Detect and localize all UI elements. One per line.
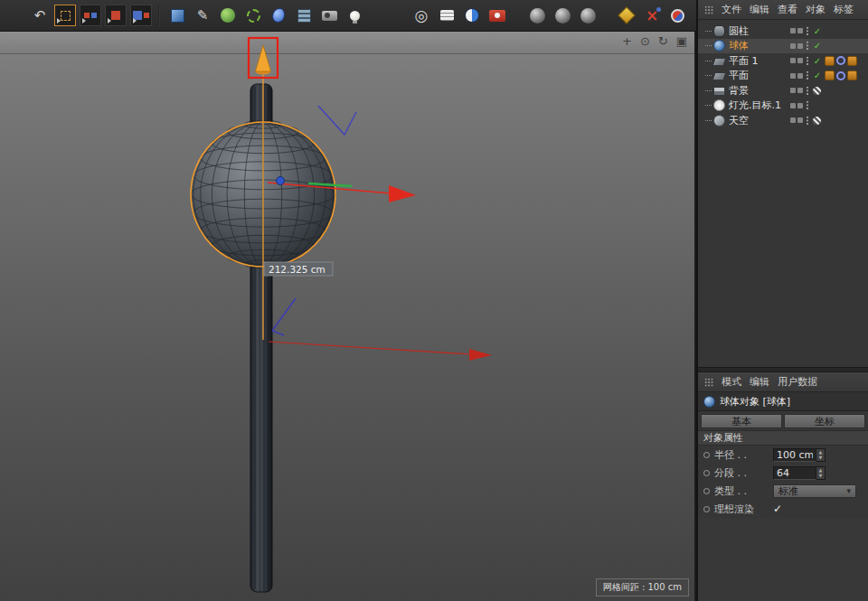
pan-view-icon[interactable]: + xyxy=(622,34,632,49)
drag-handle[interactable] xyxy=(806,70,809,80)
metaball-icon[interactable] xyxy=(267,4,290,28)
drag-handle[interactable] xyxy=(806,56,809,66)
enabled-check-icon[interactable]: ✓ xyxy=(812,70,823,81)
camera-icon[interactable] xyxy=(317,4,341,28)
segments-input[interactable] xyxy=(773,466,816,480)
visibility-toggles[interactable] xyxy=(790,117,803,123)
zoom-view-icon[interactable]: ⊙ xyxy=(640,34,650,49)
render-perfect-checkbox[interactable]: ✓ xyxy=(773,502,782,515)
object-row-plane1[interactable]: 平面 1 ✓ xyxy=(698,53,868,69)
deformer-icon[interactable] xyxy=(241,4,265,28)
object-name[interactable]: 球体 xyxy=(729,39,749,52)
shading-sphere-3-icon[interactable] xyxy=(576,4,599,28)
rotate-tool-icon[interactable] xyxy=(130,5,152,26)
plane-object-icon[interactable] xyxy=(712,72,727,80)
box-select-tool-icon[interactable] xyxy=(54,5,76,26)
background-object-icon[interactable] xyxy=(713,87,725,96)
object-name[interactable]: 天空 xyxy=(729,114,749,127)
undo-icon[interactable]: ↶ xyxy=(28,4,52,28)
visibility-toggles[interactable] xyxy=(790,28,803,33)
texture-tag-icon[interactable] xyxy=(847,70,857,80)
visibility-toggles[interactable] xyxy=(790,103,803,108)
om-menu-tags[interactable]: 标签 xyxy=(834,3,854,16)
object-name[interactable]: 灯光.目标.1 xyxy=(729,99,781,112)
object-row-plane[interactable]: 平面 ✓ xyxy=(698,69,868,84)
spline-pen-icon[interactable]: ✎ xyxy=(191,4,214,28)
gizmo-origin-point[interactable] xyxy=(277,177,285,185)
radius-input[interactable] xyxy=(773,448,816,462)
render-view-icon[interactable]: ◎ xyxy=(410,4,433,28)
target-tag-icon[interactable] xyxy=(836,71,845,80)
shading-sphere-1-icon[interactable] xyxy=(525,4,549,28)
panel-grid-icon[interactable] xyxy=(704,378,713,387)
x-axis-arrowhead[interactable] xyxy=(389,185,416,202)
visibility-toggles[interactable] xyxy=(790,88,803,93)
am-menu-userdata[interactable]: 用户数据 xyxy=(778,375,817,389)
drag-handle[interactable] xyxy=(806,100,809,110)
tab-coordinates[interactable]: 坐标 xyxy=(784,414,865,428)
om-menu-objects[interactable]: 对象 xyxy=(806,3,826,16)
object-name[interactable]: 平面 xyxy=(729,69,749,82)
y-axis-arrowhead[interactable] xyxy=(256,45,271,71)
keyframe-circle[interactable] xyxy=(703,452,710,458)
texture-tag-icon[interactable] xyxy=(847,56,857,66)
drag-handle[interactable] xyxy=(806,41,809,51)
scene-canvas[interactable]: 212.325 cm xyxy=(0,32,694,601)
workplane-icon[interactable] xyxy=(665,4,689,28)
rotate-view-icon[interactable]: ↻ xyxy=(658,34,668,49)
object-row-cylinder[interactable]: 圆柱 ✓ xyxy=(698,23,868,39)
primitive-cube-icon[interactable] xyxy=(165,4,189,28)
spin-down-icon[interactable]: ▼ xyxy=(816,473,825,479)
move-tool-icon[interactable] xyxy=(105,5,127,26)
shading-sphere-2-icon[interactable] xyxy=(551,4,574,28)
drag-handle[interactable] xyxy=(806,86,809,96)
am-menu-edit[interactable]: 编辑 xyxy=(750,375,769,389)
radius-stepper[interactable]: ▲ ▼ xyxy=(816,448,826,462)
object-row-background[interactable]: 背景 xyxy=(698,83,868,99)
om-menu-view[interactable]: 查看 xyxy=(778,3,797,16)
axis-lock-icon[interactable]: × xyxy=(640,4,664,28)
object-name[interactable]: 平面 1 xyxy=(729,54,759,68)
viewport[interactable]: + ⊙ ↻ ▣ xyxy=(0,32,694,601)
picture-viewer-icon[interactable] xyxy=(486,4,509,28)
drag-handle[interactable] xyxy=(806,26,809,36)
visibility-toggles[interactable] xyxy=(790,73,803,79)
cylinder-object-icon[interactable] xyxy=(713,25,725,37)
om-menu-file[interactable]: 文件 xyxy=(722,3,741,16)
am-menu-mode[interactable]: 模式 xyxy=(722,375,741,389)
lower-gizmo[interactable] xyxy=(269,298,492,361)
visibility-toggles[interactable] xyxy=(790,58,803,63)
texture-tag-icon[interactable] xyxy=(812,86,822,96)
object-row-sky[interactable]: 天空 xyxy=(698,113,868,128)
object-name[interactable]: 背景 xyxy=(729,84,749,98)
live-select-tool-icon[interactable] xyxy=(80,5,101,26)
om-menu-edit[interactable]: 编辑 xyxy=(750,3,769,16)
light-icon[interactable] xyxy=(343,4,366,28)
render-settings-icon[interactable] xyxy=(435,4,458,28)
drag-handle[interactable] xyxy=(806,116,809,126)
object-row-sphere[interactable]: 球体 ✓ xyxy=(698,39,868,54)
plane-handle[interactable] xyxy=(318,106,356,135)
sphere-object-icon[interactable] xyxy=(713,40,725,52)
interactive-render-icon[interactable] xyxy=(460,4,484,28)
light-object-icon[interactable] xyxy=(713,99,725,111)
keyframe-circle[interactable] xyxy=(703,506,710,512)
radius-field[interactable]: ▲ ▼ xyxy=(773,448,826,462)
segments-stepper[interactable]: ▲ ▼ xyxy=(816,466,826,480)
object-row-light-target[interactable]: 灯光.目标.1 xyxy=(698,99,868,114)
type-dropdown[interactable]: 标准 ▾ xyxy=(773,484,856,498)
target-tag-icon[interactable] xyxy=(836,56,845,65)
enabled-check-icon[interactable]: ✓ xyxy=(812,55,823,66)
subdivision-surface-icon[interactable] xyxy=(216,4,240,28)
enabled-check-icon[interactable]: ✓ xyxy=(812,41,823,52)
segments-field[interactable]: ▲ ▼ xyxy=(773,466,826,480)
x-axis-arrowhead[interactable] xyxy=(469,349,492,361)
panel-grid-icon[interactable] xyxy=(704,5,713,14)
sky-object-icon[interactable] xyxy=(713,115,725,127)
texture-tag-icon[interactable] xyxy=(812,116,822,126)
spin-down-icon[interactable]: ▼ xyxy=(816,455,825,461)
texture-tag-icon[interactable] xyxy=(825,70,835,80)
tab-basic[interactable]: 基本 xyxy=(701,414,782,428)
plane-object-icon[interactable] xyxy=(712,58,727,66)
toggle-view-icon[interactable]: ▣ xyxy=(676,34,687,49)
